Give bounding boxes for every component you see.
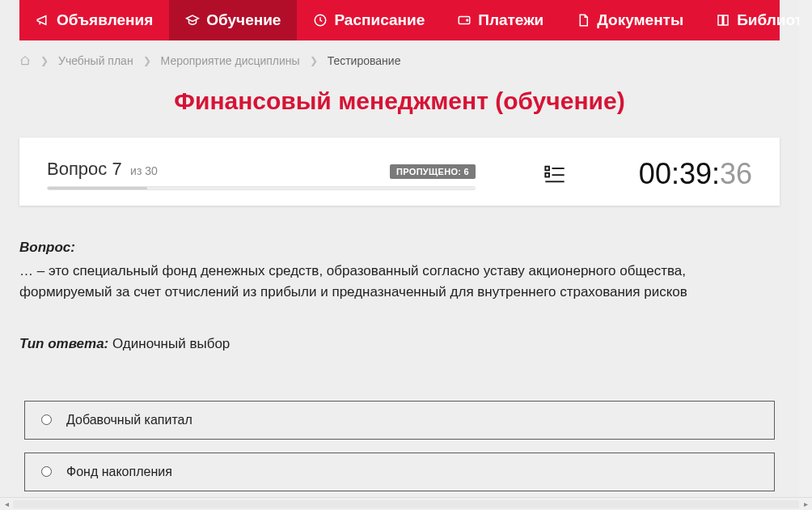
book-icon	[716, 13, 730, 28]
wallet-icon	[457, 13, 472, 28]
timer: 00:39:36	[639, 157, 752, 191]
nav-item-payments[interactable]: Платежи	[441, 0, 560, 40]
breadcrumb-item-testing: Тестирование	[328, 54, 401, 67]
answer-radio[interactable]	[41, 414, 52, 425]
answer-radio[interactable]	[41, 466, 52, 477]
answer-type-label: Тип ответа:	[19, 336, 108, 351]
question-counter: Вопрос 7 из 30	[47, 159, 158, 180]
question-number: Вопрос 7	[47, 159, 122, 179]
home-icon[interactable]	[19, 55, 31, 66]
nav-label: Объявления	[57, 11, 153, 29]
breadcrumb-item-event[interactable]: Мероприятие дисциплины	[161, 54, 300, 67]
answer-options: Добавочный капитал Фонд накопления	[24, 401, 775, 497]
answer-type: Тип ответа: Одиночный выбор	[19, 336, 780, 352]
timer-main: 00:39:	[639, 157, 720, 191]
nav-label: Обучение	[206, 11, 281, 29]
scroll-track[interactable]	[13, 500, 799, 508]
scroll-right-arrow[interactable]: ▸	[799, 498, 812, 511]
answer-option[interactable]: Добавочный капитал	[24, 401, 775, 440]
question-body: Вопрос: … – это специальный фонд денежны…	[19, 240, 780, 352]
nav-label: Платежи	[478, 11, 543, 29]
question-list-toggle[interactable]	[543, 163, 566, 185]
nav-item-learning[interactable]: Обучение	[169, 0, 297, 40]
scroll-left-arrow[interactable]: ◂	[0, 498, 13, 511]
nav-label: Библиотека	[737, 11, 799, 29]
main-navbar: Объявления Обучение Расписание Платежи Д…	[19, 0, 780, 40]
svg-rect-3	[545, 167, 549, 171]
chevron-right-icon: ❯	[143, 55, 151, 66]
file-icon	[576, 13, 590, 28]
nav-item-schedule[interactable]: Расписание	[297, 0, 441, 40]
nav-label: Расписание	[334, 11, 425, 29]
page-title: Финансовый менеджмент (обучение)	[0, 87, 799, 115]
nav-item-documents[interactable]: Документы	[560, 0, 700, 40]
nav-item-library[interactable]: Библиотека	[700, 0, 799, 40]
answer-option[interactable]: Фонд накопления	[24, 453, 775, 491]
breadcrumb-item-curriculum[interactable]: Учебный план	[58, 54, 133, 67]
progress-fill	[48, 187, 147, 189]
page-scroll-region[interactable]: Объявления Обучение Расписание Платежи Д…	[0, 0, 799, 497]
answer-option-label: Фонд накопления	[66, 465, 172, 479]
skipped-badge: ПРОПУЩЕНО: 6	[390, 164, 476, 179]
answer-option-label: Добавочный капитал	[66, 413, 192, 427]
status-left: Вопрос 7 из 30 ПРОПУЩЕНО: 6	[47, 159, 476, 190]
answer-type-value: Одиночный выбор	[112, 336, 230, 351]
svg-point-2	[467, 19, 468, 21]
progress-bar	[47, 186, 476, 190]
graduation-icon	[185, 13, 200, 28]
question-heading: Вопрос:	[19, 240, 780, 256]
svg-rect-5	[545, 173, 549, 177]
test-status-card: Вопрос 7 из 30 ПРОПУЩЕНО: 6 00:39:36	[19, 138, 780, 206]
horizontal-scrollbar[interactable]: ◂ ▸	[0, 497, 812, 510]
breadcrumb: ❯ Учебный план ❯ Мероприятие дисциплины …	[19, 40, 780, 81]
chevron-right-icon: ❯	[310, 55, 318, 66]
nav-label: Документы	[597, 11, 683, 29]
chevron-right-icon: ❯	[40, 55, 49, 66]
timer-seconds: 36	[720, 157, 752, 191]
question-text: … – это специальный фонд денежных средст…	[19, 261, 780, 304]
question-total: из 30	[130, 164, 158, 177]
nav-item-announcements[interactable]: Объявления	[19, 0, 169, 40]
megaphone-icon	[36, 13, 50, 28]
clock-icon	[313, 13, 328, 28]
